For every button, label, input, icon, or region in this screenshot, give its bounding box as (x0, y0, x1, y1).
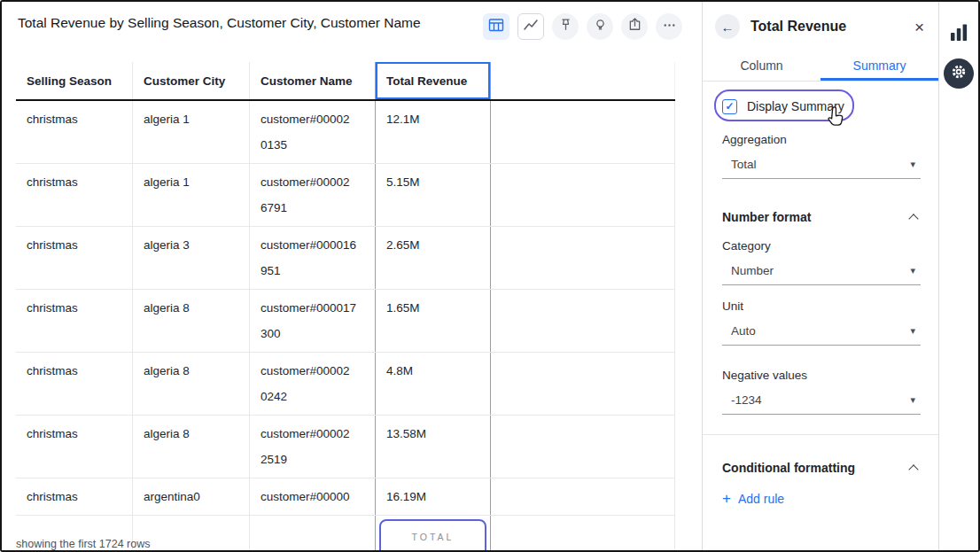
settings-button[interactable] (944, 58, 974, 89)
unit-select[interactable]: Auto ▾ (722, 317, 921, 346)
tab-column[interactable]: Column (703, 51, 821, 81)
page-title: Total Revenue by Selling Season, Custome… (18, 15, 421, 31)
add-rule-button[interactable]: + Add rule (722, 490, 784, 508)
cell-selling-season[interactable]: christmas (16, 290, 133, 352)
cell-customer-name[interactable]: customer#00002 2519 (250, 416, 376, 478)
cell-customer-city[interactable]: algeria 8 (133, 290, 250, 352)
chart-bars-button[interactable] (948, 22, 969, 43)
number-format-section-header[interactable]: Number format (722, 207, 921, 227)
cell-total-revenue[interactable]: 16.19M (376, 478, 491, 515)
cell-customer-name[interactable]: customer#000017 300 (250, 290, 376, 352)
cell-customer-city[interactable]: algeria 3 (133, 227, 250, 289)
aggregation-select[interactable]: Total ▾ (722, 151, 921, 179)
cell-empty (491, 516, 675, 552)
cell-customer-city[interactable]: argentina0 (133, 478, 250, 515)
table-row[interactable]: christmas algeria 1 customer#00002 0135 … (16, 101, 675, 164)
cell-total-revenue[interactable]: 13.58M (376, 416, 491, 478)
table-row[interactable]: christmas argentina0 customer#00000 16.1… (16, 478, 675, 516)
pin-button[interactable] (552, 13, 579, 40)
panel-tabs: Column Summary (703, 51, 938, 82)
number-format-title: Number format (722, 210, 811, 224)
cell-customer-name[interactable]: customer#00002 6791 (250, 164, 376, 226)
table-row[interactable]: christmas algeria 8 customer#00002 0242 … (16, 353, 675, 416)
more-options-button[interactable] (656, 13, 682, 40)
cell-selling-season[interactable]: christmas (16, 416, 133, 478)
chevron-up-icon (908, 214, 918, 223)
conditional-formatting-section-header[interactable]: Conditional formatting (722, 458, 921, 478)
table-row[interactable]: christmas algeria 8 customer#00002 2519 … (16, 416, 675, 478)
back-arrow-icon: ← (721, 19, 735, 35)
answer-toolbar (483, 13, 682, 40)
bar-chart-icon (948, 31, 969, 46)
gear-icon (949, 62, 968, 85)
cell-empty (133, 516, 250, 552)
column-header-empty (491, 62, 675, 99)
column-header-customer-city[interactable]: Customer City (133, 62, 250, 99)
cell-total-revenue[interactable]: 1.65M (376, 290, 491, 352)
cell-customer-city[interactable]: algeria 8 (133, 353, 250, 415)
cell-customer-city[interactable]: algeria 8 (133, 416, 250, 478)
table-row[interactable]: christmas algeria 8 customer#000017 300 … (16, 290, 675, 353)
unit-value: Auto (731, 324, 756, 338)
insights-bulb-icon (592, 17, 609, 37)
panel-title: Total Revenue (751, 19, 904, 35)
cell-total-revenue[interactable]: 5.15M (376, 164, 491, 226)
category-label: Category (722, 239, 921, 253)
insights-button[interactable] (587, 13, 613, 40)
cell-total-revenue[interactable]: 4.8M (376, 353, 491, 415)
conditional-formatting-title: Conditional formatting (722, 461, 855, 475)
chevron-down-icon: ▾ (910, 265, 915, 276)
back-button[interactable]: ← (715, 14, 740, 39)
negative-values-value: -1234 (731, 393, 762, 407)
results-table: Selling Season Customer City Customer Na… (16, 62, 675, 552)
cell-customer-name[interactable]: customer#00002 0242 (250, 353, 376, 415)
cell-empty (491, 290, 675, 352)
negative-values-label: Negative values (722, 369, 921, 382)
aggregation-value: Total (731, 158, 757, 171)
row-count-note: showing the first 1724 rows (16, 538, 150, 550)
negative-values-select[interactable]: -1234 ▾ (722, 386, 921, 415)
cell-customer-name[interactable]: customer#000016 951 (250, 227, 376, 289)
cell-customer-city[interactable]: algeria 1 (133, 101, 250, 163)
cell-customer-name[interactable]: customer#00000 (250, 478, 376, 515)
unit-label: Unit (722, 299, 921, 313)
column-header-total-revenue-selected[interactable]: Total Revenue (376, 62, 491, 99)
cell-selling-season[interactable]: christmas (16, 353, 133, 415)
table-row[interactable]: christmas algeria 3 customer#000016 951 … (16, 227, 675, 290)
panel-header: ← Total Revenue × (703, 2, 938, 51)
column-header-selling-season[interactable]: Selling Season (16, 62, 133, 99)
total-summary-cell: TOTAL 18.05B (376, 516, 491, 552)
cell-empty (250, 516, 376, 552)
category-select[interactable]: Number ▾ (722, 257, 921, 285)
chevron-down-icon: ▾ (910, 325, 915, 337)
cell-customer-name[interactable]: customer#00002 0135 (250, 101, 376, 163)
display-summary-checkbox[interactable]: ✓ (722, 99, 737, 114)
app-window: { "window": { "title": "Total Revenue by… (0, 0, 980, 552)
cell-selling-season[interactable]: christmas (16, 478, 133, 515)
table-view-icon (487, 16, 505, 37)
cell-total-revenue[interactable]: 2.65M (376, 227, 491, 289)
chart-view-button[interactable] (517, 13, 544, 40)
cell-selling-season[interactable]: christmas (16, 164, 133, 226)
table-view-button[interactable] (483, 13, 509, 40)
tab-summary[interactable]: Summary (821, 51, 938, 81)
cell-total-revenue[interactable]: 12.1M (376, 101, 491, 163)
table-row[interactable]: christmas algeria 1 customer#00002 6791 … (16, 164, 675, 227)
chart-view-icon (522, 16, 540, 37)
total-summary-box: TOTAL 18.05B (379, 519, 486, 552)
cell-selling-season[interactable]: christmas (16, 101, 133, 163)
cell-selling-season[interactable]: christmas (16, 227, 133, 289)
close-button[interactable]: × (914, 19, 924, 35)
cell-empty (491, 101, 675, 163)
panel-body: ✓ Display Summary Aggregation Total ▾ Nu… (703, 82, 938, 508)
add-rule-label: Add rule (738, 492, 784, 506)
chevron-down-icon: ▾ (910, 159, 915, 170)
table-header-row: Selling Season Customer City Customer Na… (16, 62, 675, 101)
display-summary-toggle[interactable]: ✓ Display Summary (722, 94, 844, 119)
cell-customer-city[interactable]: algeria 1 (133, 164, 250, 226)
share-button[interactable] (621, 13, 648, 40)
column-header-customer-name[interactable]: Customer Name (250, 62, 376, 99)
check-icon: ✓ (725, 100, 734, 113)
answer-main-area: Total Revenue by Selling Season, Custome… (2, 2, 702, 550)
right-utility-rail (939, 2, 978, 550)
